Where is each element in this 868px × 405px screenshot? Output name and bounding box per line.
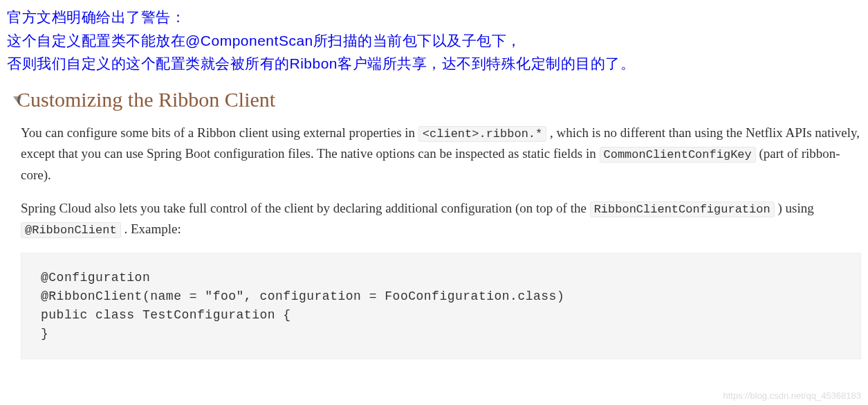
code-inline-commonclientconfigkey: CommonClientConfigKey (600, 147, 756, 163)
section-heading: Customizing the Ribbon Client (17, 88, 861, 111)
warning-note: 官方文档明确给出了警告： 这个自定义配置类不能放在@ComponentScan所… (7, 6, 861, 75)
para2-text-3: . Example: (121, 222, 181, 236)
warning-line-1: 官方文档明确给出了警告： (7, 6, 861, 29)
paragraph-1: You can configure some bits of a Ribbon … (21, 123, 861, 186)
code-inline-ribbonclient-annotation: @RibbonClient (21, 222, 121, 238)
code-inline-client-ribbon: <client>.ribbon.* (418, 126, 546, 142)
para1-text-1: You can configure some bits of a Ribbon … (21, 125, 418, 140)
code-block-example: @Configuration @RibbonClient(name = "foo… (21, 253, 861, 359)
warning-line-2: 这个自定义配置类不能放在@ComponentScan所扫描的当前包下以及子包下， (7, 29, 861, 53)
code-inline-ribbonclientconfiguration: RibbonClientConfiguration (590, 201, 775, 217)
content-section: You can configure some bits of a Ribbon … (7, 123, 861, 359)
para2-text-2: ) using (775, 201, 814, 215)
paragraph-2: Spring Cloud also lets you take full con… (21, 198, 861, 240)
para2-text-1: Spring Cloud also lets you take full con… (21, 201, 590, 215)
warning-line-3: 否则我们自定义的这个配置类就会被所有的Ribbon客户端所共享，达不到特殊化定制… (7, 52, 861, 75)
